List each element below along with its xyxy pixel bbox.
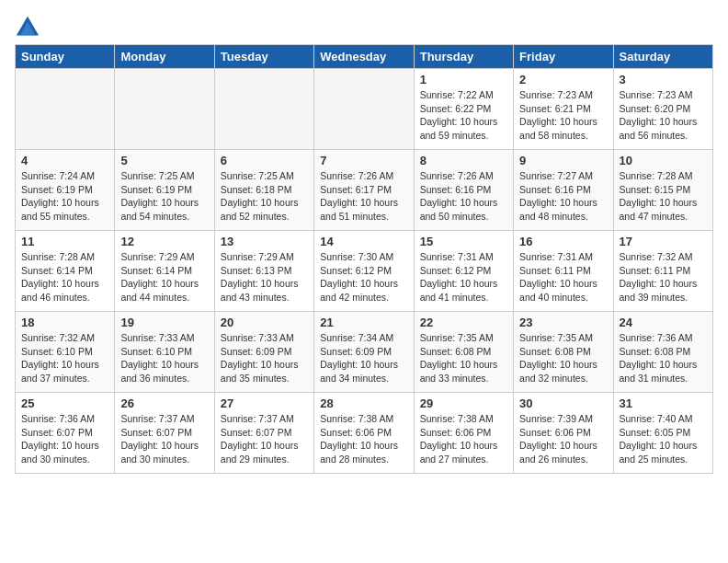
day-number: 21: [320, 316, 407, 329]
day-cell: 3Sunrise: 7:23 AMSunset: 6:20 PMDaylight…: [613, 69, 712, 150]
day-cell: 8Sunrise: 7:26 AMSunset: 6:16 PMDaylight…: [414, 150, 513, 231]
day-info: Sunrise: 7:28 AMSunset: 6:15 PMDaylight:…: [620, 169, 707, 224]
day-info: Sunrise: 7:32 AMSunset: 6:10 PMDaylight:…: [21, 331, 108, 385]
week-row-5: 25Sunrise: 7:36 AMSunset: 6:07 PMDayligh…: [16, 393, 713, 474]
header-thursday: Thursday: [414, 45, 513, 69]
day-cell: 30Sunrise: 7:39 AMSunset: 6:06 PMDayligh…: [514, 393, 613, 474]
day-number: 26: [120, 396, 208, 410]
day-cell: [214, 69, 313, 150]
day-cell: 24Sunrise: 7:36 AMSunset: 6:08 PMDayligh…: [613, 312, 712, 393]
day-number: 23: [519, 316, 607, 329]
week-row-4: 18Sunrise: 7:32 AMSunset: 6:10 PMDayligh…: [16, 312, 713, 393]
week-row-1: 1Sunrise: 7:22 AMSunset: 6:22 PMDaylight…: [16, 69, 713, 150]
day-cell: 11Sunrise: 7:28 AMSunset: 6:14 PMDayligh…: [16, 231, 115, 312]
day-info: Sunrise: 7:24 AMSunset: 6:19 PMDaylight:…: [21, 169, 108, 224]
day-info: Sunrise: 7:33 AMSunset: 6:09 PMDaylight:…: [221, 331, 308, 385]
day-number: 3: [620, 73, 707, 86]
day-number: 27: [221, 396, 308, 410]
day-cell: 20Sunrise: 7:33 AMSunset: 6:09 PMDayligh…: [214, 312, 313, 393]
day-cell: 29Sunrise: 7:38 AMSunset: 6:06 PMDayligh…: [414, 393, 513, 474]
day-number: 31: [620, 396, 707, 410]
header-wednesday: Wednesday: [314, 45, 414, 69]
header-saturday: Saturday: [613, 45, 712, 69]
day-info: Sunrise: 7:38 AMSunset: 6:06 PMDaylight:…: [320, 412, 407, 466]
day-info: Sunrise: 7:33 AMSunset: 6:10 PMDaylight:…: [120, 331, 208, 385]
day-info: Sunrise: 7:30 AMSunset: 6:12 PMDaylight:…: [320, 250, 407, 304]
day-cell: 10Sunrise: 7:28 AMSunset: 6:15 PMDayligh…: [613, 150, 712, 231]
day-cell: 22Sunrise: 7:35 AMSunset: 6:08 PMDayligh…: [414, 312, 513, 393]
day-cell: 12Sunrise: 7:29 AMSunset: 6:14 PMDayligh…: [115, 231, 214, 312]
day-number: 2: [519, 73, 607, 86]
day-cell: 31Sunrise: 7:40 AMSunset: 6:05 PMDayligh…: [613, 393, 712, 474]
day-info: Sunrise: 7:35 AMSunset: 6:08 PMDaylight:…: [519, 331, 607, 385]
logo-icon: [15, 15, 40, 40]
day-cell: 2Sunrise: 7:23 AMSunset: 6:21 PMDaylight…: [514, 69, 613, 150]
day-number: 20: [221, 316, 308, 329]
day-number: 28: [320, 396, 407, 410]
day-info: Sunrise: 7:25 AMSunset: 6:19 PMDaylight:…: [120, 169, 208, 224]
day-info: Sunrise: 7:31 AMSunset: 6:11 PMDaylight:…: [519, 250, 607, 304]
day-number: 1: [420, 73, 507, 86]
day-number: 13: [221, 235, 308, 248]
day-info: Sunrise: 7:34 AMSunset: 6:09 PMDaylight:…: [320, 331, 407, 385]
day-cell: 4Sunrise: 7:24 AMSunset: 6:19 PMDaylight…: [16, 150, 115, 231]
day-number: 30: [519, 396, 607, 410]
day-info: Sunrise: 7:36 AMSunset: 6:08 PMDaylight:…: [620, 331, 707, 385]
header-friday: Friday: [514, 45, 613, 69]
day-cell: 1Sunrise: 7:22 AMSunset: 6:22 PMDaylight…: [414, 69, 513, 150]
day-number: 10: [620, 154, 707, 167]
day-number: 12: [120, 235, 208, 248]
day-number: 8: [420, 154, 507, 167]
day-info: Sunrise: 7:29 AMSunset: 6:13 PMDaylight:…: [221, 250, 308, 304]
day-cell: 5Sunrise: 7:25 AMSunset: 6:19 PMDaylight…: [115, 150, 214, 231]
day-info: Sunrise: 7:23 AMSunset: 6:21 PMDaylight:…: [519, 88, 607, 143]
day-cell: 15Sunrise: 7:31 AMSunset: 6:12 PMDayligh…: [414, 231, 513, 312]
header-tuesday: Tuesday: [214, 45, 313, 69]
day-cell: 7Sunrise: 7:26 AMSunset: 6:17 PMDaylight…: [314, 150, 414, 231]
day-cell: 18Sunrise: 7:32 AMSunset: 6:10 PMDayligh…: [16, 312, 115, 393]
week-row-3: 11Sunrise: 7:28 AMSunset: 6:14 PMDayligh…: [16, 231, 713, 312]
day-info: Sunrise: 7:22 AMSunset: 6:22 PMDaylight:…: [420, 88, 507, 143]
day-cell: 17Sunrise: 7:32 AMSunset: 6:11 PMDayligh…: [613, 231, 712, 312]
day-number: 9: [519, 154, 607, 167]
day-cell: 23Sunrise: 7:35 AMSunset: 6:08 PMDayligh…: [514, 312, 613, 393]
day-cell: [115, 69, 214, 150]
day-cell: 19Sunrise: 7:33 AMSunset: 6:10 PMDayligh…: [115, 312, 214, 393]
day-number: 18: [21, 316, 108, 329]
day-cell: 13Sunrise: 7:29 AMSunset: 6:13 PMDayligh…: [214, 231, 313, 312]
day-number: 19: [120, 316, 208, 329]
day-info: Sunrise: 7:31 AMSunset: 6:12 PMDaylight:…: [420, 250, 507, 304]
day-number: 5: [120, 154, 208, 167]
day-number: 29: [420, 396, 507, 410]
day-info: Sunrise: 7:37 AMSunset: 6:07 PMDaylight:…: [221, 412, 308, 466]
day-cell: 26Sunrise: 7:37 AMSunset: 6:07 PMDayligh…: [115, 393, 214, 474]
day-info: Sunrise: 7:37 AMSunset: 6:07 PMDaylight:…: [120, 412, 208, 466]
header-sunday: Sunday: [16, 45, 115, 69]
page-header: [15, 15, 713, 40]
day-info: Sunrise: 7:38 AMSunset: 6:06 PMDaylight:…: [420, 412, 507, 466]
day-info: Sunrise: 7:39 AMSunset: 6:06 PMDaylight:…: [519, 412, 607, 466]
day-info: Sunrise: 7:40 AMSunset: 6:05 PMDaylight:…: [620, 412, 707, 466]
day-number: 16: [519, 235, 607, 248]
day-number: 6: [221, 154, 308, 167]
day-info: Sunrise: 7:26 AMSunset: 6:17 PMDaylight:…: [320, 169, 407, 224]
day-cell: 16Sunrise: 7:31 AMSunset: 6:11 PMDayligh…: [514, 231, 613, 312]
day-info: Sunrise: 7:27 AMSunset: 6:16 PMDaylight:…: [519, 169, 607, 224]
day-number: 4: [21, 154, 108, 167]
day-cell: 9Sunrise: 7:27 AMSunset: 6:16 PMDaylight…: [514, 150, 613, 231]
day-number: 25: [21, 396, 108, 410]
day-info: Sunrise: 7:32 AMSunset: 6:11 PMDaylight:…: [620, 250, 707, 304]
day-number: 15: [420, 235, 507, 248]
week-row-2: 4Sunrise: 7:24 AMSunset: 6:19 PMDaylight…: [16, 150, 713, 231]
header-monday: Monday: [115, 45, 214, 69]
calendar-table: SundayMondayTuesdayWednesdayThursdayFrid…: [15, 44, 713, 474]
day-number: 14: [320, 235, 407, 248]
logo: [15, 15, 44, 40]
day-info: Sunrise: 7:35 AMSunset: 6:08 PMDaylight:…: [420, 331, 507, 385]
day-info: Sunrise: 7:23 AMSunset: 6:20 PMDaylight:…: [620, 88, 707, 143]
day-cell: 6Sunrise: 7:25 AMSunset: 6:18 PMDaylight…: [214, 150, 313, 231]
day-number: 11: [21, 235, 108, 248]
day-info: Sunrise: 7:36 AMSunset: 6:07 PMDaylight:…: [21, 412, 108, 466]
day-number: 24: [620, 316, 707, 329]
day-number: 22: [420, 316, 507, 329]
